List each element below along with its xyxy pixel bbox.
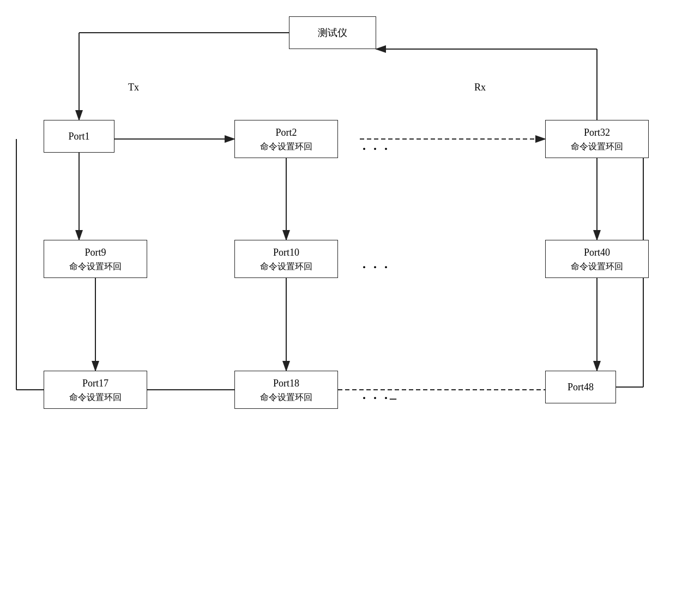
- diagram-container: 测试仪 Port1 Port2 命令设置环回 Port32 命令设置环回 Por…: [0, 0, 676, 616]
- tester-label: 测试仪: [318, 26, 347, 40]
- tester-box: 测试仪: [289, 16, 376, 49]
- port18-box: Port18 命令设置环回: [234, 371, 338, 409]
- dots-row2: · · ·: [363, 248, 390, 286]
- port32-subtitle: 命令设置环回: [571, 140, 623, 153]
- port1-box: Port1: [44, 120, 114, 153]
- port32-label: Port32: [584, 125, 610, 140]
- dots-row1: · · ·: [363, 130, 390, 168]
- port18-label: Port18: [273, 376, 299, 391]
- port10-label: Port10: [273, 245, 299, 260]
- port40-subtitle: 命令设置环回: [571, 260, 623, 273]
- port40-box: Port40 命令设置环回: [545, 240, 649, 278]
- port9-subtitle: 命令设置环回: [69, 260, 122, 273]
- port2-subtitle: 命令设置环回: [260, 140, 312, 153]
- port9-label: Port9: [84, 245, 106, 260]
- port40-label: Port40: [584, 245, 610, 260]
- port17-box: Port17 命令设置环回: [44, 371, 147, 409]
- port48-label: Port48: [568, 380, 594, 395]
- diagram-arrows: [0, 0, 676, 616]
- port10-box: Port10 命令设置环回: [234, 240, 338, 278]
- tx-label: Tx: [128, 82, 139, 93]
- rx-label: Rx: [474, 82, 486, 93]
- port32-box: Port32 命令设置环回: [545, 120, 649, 158]
- port48-box: Port48: [545, 371, 616, 403]
- port17-label: Port17: [82, 376, 108, 391]
- dots-row3: · · ·–: [363, 379, 399, 417]
- port9-box: Port9 命令设置环回: [44, 240, 147, 278]
- port18-subtitle: 命令设置环回: [260, 391, 312, 404]
- port10-subtitle: 命令设置环回: [260, 260, 312, 273]
- port2-box: Port2 命令设置环回: [234, 120, 338, 158]
- port17-subtitle: 命令设置环回: [69, 391, 122, 404]
- port2-label: Port2: [275, 125, 297, 140]
- port1-label: Port1: [68, 129, 89, 144]
